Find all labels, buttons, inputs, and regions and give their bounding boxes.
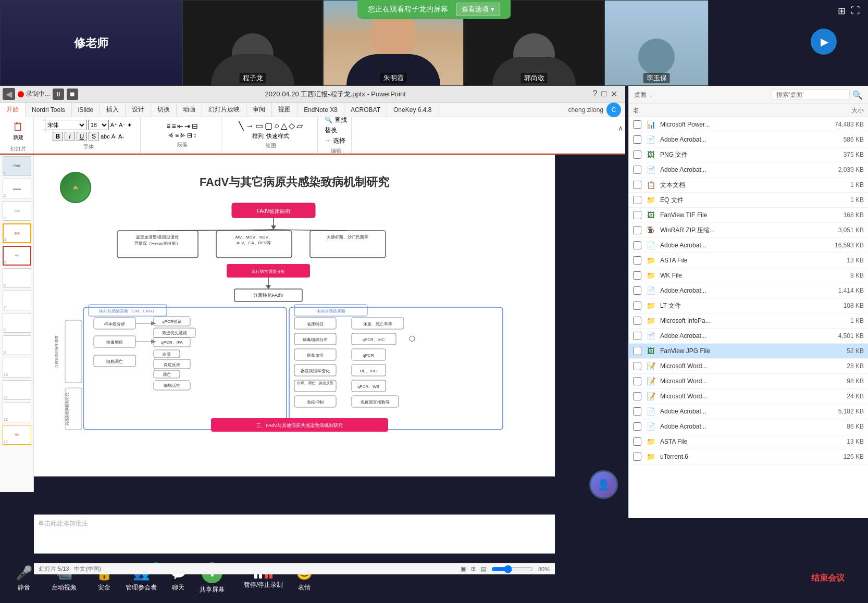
file-checkbox[interactable] (633, 181, 641, 189)
expand-icon[interactable]: ⛶ (851, 5, 860, 17)
file-checkbox[interactable] (633, 241, 641, 249)
file-checkbox[interactable] (633, 211, 641, 219)
file-item[interactable]: 📁uTorrent.6125 KB (629, 449, 868, 464)
file-item[interactable]: 📁ASTA File13 KB (629, 253, 868, 268)
search-icon[interactable]: 🔍 (852, 90, 863, 100)
file-checkbox[interactable] (633, 196, 641, 204)
shape-circle-button[interactable]: ○ (274, 121, 279, 131)
tab-review[interactable]: 审阅 (246, 103, 272, 117)
list-num-button[interactable]: ≡ (172, 122, 176, 130)
file-item[interactable]: 🗜WinRAR ZIP 压缩...3,051 KB (629, 223, 868, 238)
clear-format-button[interactable]: ✦ (127, 122, 132, 129)
quick-style-button[interactable]: 快速样式 (266, 132, 289, 140)
slide-thumb-10[interactable]: 10 (3, 358, 31, 378)
ribbon-collapse-button[interactable]: ∧ (616, 117, 625, 154)
tab-insert[interactable]: 插入 (100, 103, 126, 117)
minimize-button[interactable]: ? (592, 89, 597, 99)
font-family-select[interactable]: 宋体 (45, 120, 86, 130)
shape-triangle-button[interactable]: △ (281, 121, 287, 131)
file-checkbox[interactable] (633, 150, 641, 159)
tab-animations[interactable]: 动画 (177, 103, 202, 117)
slide-thumb-1[interactable]: FAdV 1 (3, 156, 31, 176)
file-item[interactable]: 📄Adobe Acrobat...5,182 KB (629, 404, 868, 419)
file-checkbox[interactable] (633, 407, 641, 416)
replace-button[interactable]: 替换 (325, 126, 346, 135)
tab-endnote[interactable]: EndNote X8 (297, 103, 344, 117)
file-item[interactable]: 📝Microsoft Word...24 KB (629, 389, 868, 404)
file-item[interactable]: 🖼FanView JPG File52 KB (629, 344, 868, 359)
font-spacing-button[interactable]: abc (101, 133, 110, 140)
strikethrough-button[interactable]: S (89, 132, 99, 141)
shape-arrow-button[interactable]: → (245, 121, 254, 131)
file-checkbox[interactable] (633, 166, 641, 174)
slide-thumb-7[interactable]: 7 (3, 291, 31, 310)
new-slide-button[interactable]: 🗒 新建 (9, 118, 27, 143)
italic-button[interactable]: I (65, 132, 75, 141)
file-checkbox[interactable] (633, 437, 641, 446)
file-checkbox[interactable] (633, 347, 641, 355)
line-spacing-button[interactable]: ↕ (193, 132, 196, 139)
file-checkbox[interactable] (633, 362, 641, 370)
align-left-button[interactable]: ⫷ (168, 132, 174, 139)
shape-line-button[interactable]: ╲ (239, 121, 244, 131)
tab-home[interactable]: 开始 (0, 103, 26, 117)
slide-thumb-5[interactable]: 研究 5 (3, 246, 31, 266)
file-checkbox[interactable] (633, 332, 641, 340)
file-checkbox[interactable] (633, 422, 641, 431)
file-item[interactable]: 📁ASTA File13 KB (629, 434, 868, 449)
file-checkbox[interactable] (633, 135, 641, 144)
tab-acrobat[interactable]: ACROBAT (344, 103, 387, 117)
tab-slideshow[interactable]: 幻灯片放映 (202, 103, 246, 117)
shape-diamond-button[interactable]: ◇ (289, 121, 295, 131)
file-checkbox[interactable] (633, 317, 641, 325)
file-checkbox[interactable] (633, 392, 641, 400)
font-highlight-button[interactable]: A- (118, 133, 124, 140)
file-checkbox[interactable] (633, 256, 641, 265)
slide-panel[interactable]: FAdV 1 ▬▬▬ 2 内容 3 图表 4 研究 5 6 7 8 9 10 1… (0, 154, 34, 492)
file-item[interactable]: 📁EQ 文件1 KB (629, 193, 868, 208)
tab-onekey[interactable]: OneKey 6.4.8 (387, 103, 438, 117)
align-right-button[interactable]: ⫸ (180, 132, 186, 139)
file-item[interactable]: 📁Microsoft InfoPa...1 KB (629, 313, 868, 329)
maximize-button[interactable]: □ (601, 89, 606, 99)
file-list[interactable]: 📊Microsoft Power...74,483 KB📄Adobe Acrob… (629, 117, 868, 518)
mute-button[interactable]: 🎤 静音 (16, 565, 32, 592)
file-checkbox[interactable] (633, 377, 641, 385)
sort-icon[interactable]: ↓ (649, 91, 652, 98)
slide-thumb-6[interactable]: 6 (3, 268, 31, 288)
justify-button[interactable]: ⊟ (187, 132, 192, 139)
file-checkbox[interactable] (633, 120, 641, 129)
back-icon[interactable]: ◀ (6, 89, 12, 99)
bold-button[interactable]: B (53, 132, 63, 141)
file-item[interactable]: 📁WK File8 KB (629, 268, 868, 283)
file-item[interactable]: 📝Microsoft Word...28 KB (629, 359, 868, 374)
select-button[interactable]: → 选择 (325, 136, 346, 145)
sharing-options-button[interactable]: 查看选项 ▾ (456, 3, 500, 16)
search-input[interactable] (772, 90, 850, 100)
slide-thumb-2[interactable]: ▬▬▬ 2 (3, 179, 31, 198)
file-item[interactable]: 📝Microsoft Word...98 KB (629, 374, 868, 389)
file-item[interactable]: 📄Adobe Acrobat...2,039 KB (629, 162, 868, 178)
font-increase-button[interactable]: A⁺ (110, 122, 117, 129)
file-checkbox[interactable] (633, 271, 641, 280)
file-item[interactable]: 📄Adobe Acrobat...586 KB (629, 132, 868, 147)
slide-thumb-11[interactable]: 11 (3, 380, 31, 400)
file-checkbox[interactable] (633, 302, 641, 310)
underline-button[interactable]: U (77, 132, 87, 141)
stop-recording-button[interactable]: ⏹ (67, 89, 78, 100)
slide-thumb-9[interactable]: 9 (3, 335, 31, 355)
tab-islide[interactable]: iSlide (72, 103, 100, 117)
end-meeting-button[interactable]: 结束会议 (803, 569, 852, 588)
tab-view[interactable]: 视图 (272, 103, 297, 117)
file-checkbox[interactable] (633, 453, 641, 461)
fullscreen-icon[interactable]: ⊞ (838, 5, 846, 17)
file-item[interactable]: 📊Microsoft Power...74,483 KB (629, 117, 868, 132)
slide-thumb-4[interactable]: 图表 4 (3, 223, 31, 243)
tab-nordri[interactable]: Nordri Tools (26, 103, 72, 117)
file-item[interactable]: 📄Adobe Acrobat...86 KB (629, 419, 868, 434)
list-bullet-button[interactable]: ≡ (166, 122, 170, 130)
file-item[interactable]: 🖼PNG 文件375 KB (629, 147, 868, 162)
file-item[interactable]: 📋文本文档1 KB (629, 178, 868, 193)
indent-decrease-button[interactable]: ⇤ (177, 122, 183, 130)
shape-parallelogram-button[interactable]: ▱ (296, 121, 303, 131)
